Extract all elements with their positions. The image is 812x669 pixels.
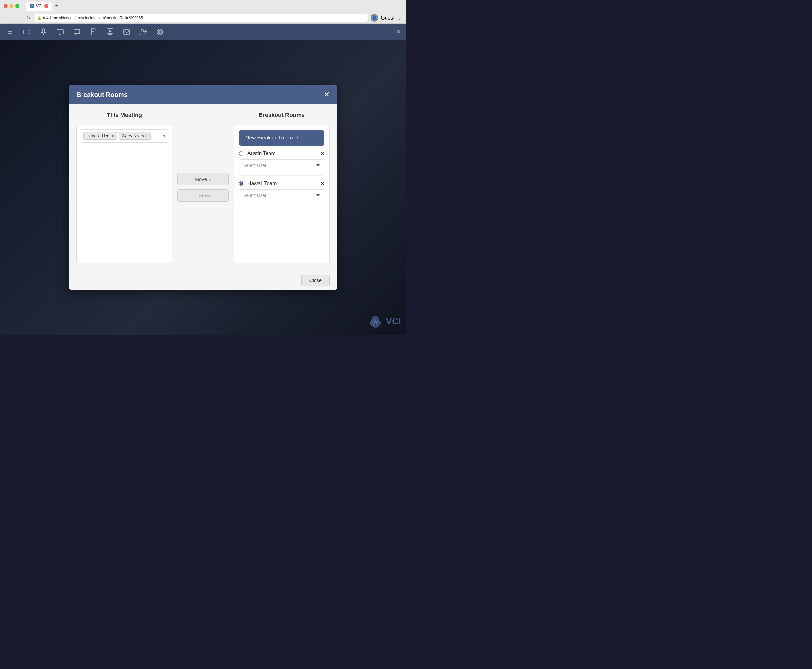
tab-favicon: V — [30, 4, 34, 8]
menu-icon[interactable]: ☰ — [5, 27, 15, 37]
close-button[interactable]: Close — [302, 275, 330, 286]
active-tab[interactable]: V VCI × — [25, 2, 52, 10]
traffic-light-green[interactable] — [15, 4, 19, 8]
remove-isabella-button[interactable]: × — [112, 133, 114, 138]
app-toolbar: ☰ — [0, 24, 406, 40]
screen-share-icon[interactable] — [55, 27, 65, 37]
traffic-light-red[interactable] — [4, 4, 8, 8]
modal-title: Breakout Rooms — [76, 91, 128, 99]
breakout-rooms-modal: Breakout Rooms ✕ This Meeting Isabella H… — [69, 86, 337, 290]
delete-hawaii-button[interactable]: ✕ — [320, 181, 324, 187]
room-item-hawaii: Hawaii Team ✕ Select User — [239, 181, 324, 205]
modal-overlay: Breakout Rooms ✕ This Meeting Isabella H… — [0, 40, 406, 334]
participants-box: Isabella Heal × Gerry Nives × ▾ — [76, 125, 172, 263]
move-right-button[interactable]: Move › — [178, 173, 228, 185]
delete-austin-button[interactable]: ✕ — [320, 151, 324, 157]
room-item-austin: Austin Team ✕ Select User — [239, 151, 324, 176]
add-participant-icon[interactable] — [138, 27, 148, 37]
new-breakout-room-label: New Breakout Room — [245, 135, 293, 141]
remove-gerry-button[interactable]: × — [145, 133, 148, 138]
modal-close-button[interactable]: ✕ — [324, 91, 330, 98]
svg-point-12 — [141, 29, 144, 32]
title-bar: V VCI × + — [0, 0, 406, 12]
mic-icon[interactable] — [39, 27, 49, 37]
svg-rect-0 — [23, 30, 28, 34]
modal-footer: Close — [69, 271, 337, 290]
select-user-austin[interactable]: Select User — [239, 159, 324, 171]
arrow-right-icon: › — [210, 176, 211, 182]
room-name-hawaii: Hawaii Team — [247, 181, 317, 187]
menu-dots[interactable]: ⋮ — [397, 15, 402, 21]
profile-area: 👤 Guest ⋮ — [371, 14, 402, 22]
toolbar-close-icon[interactable]: ✕ — [396, 29, 401, 35]
participant-name: Gerry Nives — [122, 133, 144, 138]
vci-logo-icon — [367, 313, 383, 329]
right-panel: Breakout Rooms New Breakout Room + — [234, 112, 330, 263]
participant-tag-isabella: Isabella Heal × — [84, 132, 117, 140]
svg-rect-11 — [123, 30, 130, 34]
participants-input[interactable]: Isabella Heal × Gerry Nives × ▾ — [81, 129, 168, 143]
document-icon[interactable] — [88, 27, 99, 37]
url-text: m4demo.videoconferencinginfo.com/meeting… — [43, 16, 143, 20]
modal-header: Breakout Rooms ✕ — [69, 86, 337, 104]
forward-button[interactable]: → — [14, 14, 22, 22]
traffic-lights — [4, 4, 19, 8]
room-header-hawaii: Hawaii Team ✕ — [239, 181, 324, 187]
tab-bar: V VCI × + — [25, 2, 402, 10]
left-panel: This Meeting Isabella Heal × Gerry Nives… — [76, 112, 172, 263]
breakout-rooms-box: New Breakout Room + Austin Team ✕ — [234, 125, 330, 263]
participants-dropdown-arrow[interactable]: ▾ — [163, 133, 165, 138]
chat-icon[interactable] — [72, 27, 82, 37]
room-radio-hawaii[interactable] — [239, 181, 244, 186]
plus-icon: + — [295, 134, 299, 142]
modal-body: This Meeting Isabella Heal × Gerry Nives… — [69, 104, 337, 271]
room-radio-austin[interactable] — [239, 151, 244, 156]
vci-text: VCI — [386, 316, 401, 326]
right-panel-title: Breakout Rooms — [234, 112, 330, 119]
video-icon[interactable] — [22, 27, 32, 37]
select-user-hawaii[interactable]: Select User — [239, 189, 324, 202]
participant-tag-gerry: Gerry Nives × — [119, 132, 151, 140]
move-right-label: Move — [195, 176, 207, 182]
room-name-austin: Austin Team — [247, 151, 317, 156]
tab-close-button[interactable]: × — [44, 4, 48, 8]
participant-name: Isabella Heal — [86, 133, 110, 138]
url-bar[interactable]: 🔒 m4demo.videoconferencinginfo.com/meeti… — [35, 14, 368, 22]
play-icon[interactable] — [105, 27, 115, 37]
new-breakout-room-button[interactable]: New Breakout Room + — [239, 131, 324, 146]
middle-buttons: Move › ‹ Move — [178, 112, 228, 263]
address-bar: ← → ↻ 🔒 m4demo.videoconferencinginfo.com… — [0, 12, 406, 24]
move-left-button[interactable]: ‹ Move — [178, 189, 228, 202]
svg-rect-3 — [57, 29, 63, 34]
svg-rect-1 — [42, 29, 45, 33]
tab-title: VCI — [36, 4, 42, 8]
room-header-austin: Austin Team ✕ — [239, 151, 324, 157]
move-left-label: Move — [199, 193, 211, 198]
refresh-button[interactable]: ↻ — [24, 14, 32, 22]
browser-frame: V VCI × + ← → ↻ 🔒 m4demo.videoconferenci… — [0, 0, 406, 334]
new-tab-button[interactable]: + — [54, 3, 60, 9]
arrow-left-icon: ‹ — [195, 193, 196, 198]
traffic-light-yellow[interactable] — [10, 4, 13, 8]
mail-icon[interactable] — [121, 27, 132, 37]
profile-icon[interactable]: 👤 — [371, 14, 378, 22]
svg-point-17 — [159, 31, 161, 33]
vci-logo: VCI — [367, 313, 401, 329]
left-panel-title: This Meeting — [76, 112, 172, 119]
content-area: Breakout Rooms ✕ This Meeting Isabella H… — [0, 40, 406, 334]
lock-icon: 🔒 — [37, 16, 41, 20]
profile-label: Guest — [381, 15, 394, 21]
back-button[interactable]: ← — [4, 14, 12, 22]
target-icon[interactable] — [155, 27, 165, 37]
